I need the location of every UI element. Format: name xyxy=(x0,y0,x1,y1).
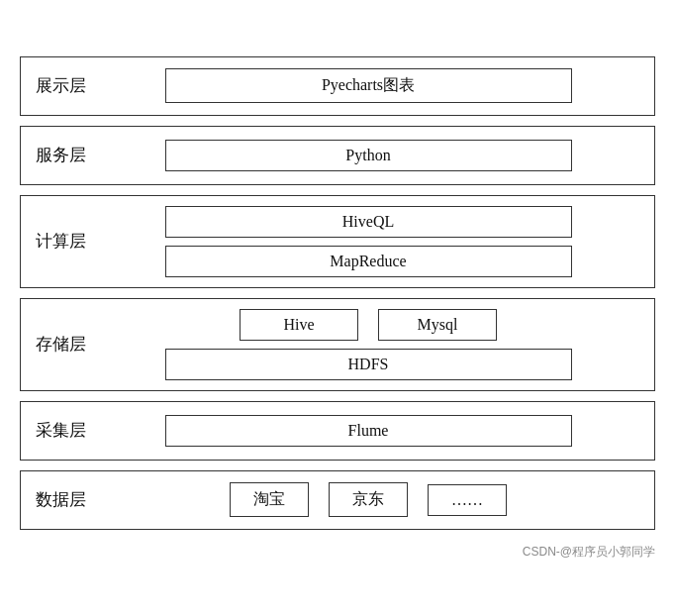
layer-storage: 存储层HiveMysqlHDFS xyxy=(20,298,655,391)
tech-box: …… xyxy=(428,484,507,516)
layer-label-storage: 存储层 xyxy=(36,333,97,356)
content-row: 淘宝京东…… xyxy=(97,482,639,517)
tech-box: Python xyxy=(165,140,572,171)
content-row: Flume xyxy=(97,415,639,447)
tech-box: Pyecharts图表 xyxy=(165,68,572,103)
layer-content-storage: HiveMysqlHDFS xyxy=(97,309,639,380)
tech-box: Mysql xyxy=(378,309,497,341)
content-row: HiveQL xyxy=(97,206,639,238)
tech-box: 京东 xyxy=(329,482,408,517)
content-row: HDFS xyxy=(97,349,639,380)
content-row: HiveMysql xyxy=(97,309,639,341)
tech-box: Flume xyxy=(165,415,572,447)
layer-label-service: 服务层 xyxy=(36,144,97,166)
content-row: MapReduce xyxy=(97,246,639,277)
tech-box: 淘宝 xyxy=(230,482,309,517)
content-row: Pyecharts图表 xyxy=(97,68,639,103)
tech-box: MapReduce xyxy=(165,246,572,277)
tech-box: HDFS xyxy=(165,349,572,380)
layer-content-collect: Flume xyxy=(97,415,639,447)
layer-label-data: 数据层 xyxy=(36,488,97,511)
layer-content-service: Python xyxy=(97,140,639,171)
layer-content-compute: HiveQLMapReduce xyxy=(97,206,639,277)
layer-compute: 计算层HiveQLMapReduce xyxy=(20,195,655,288)
layer-display: 展示层Pyecharts图表 xyxy=(20,56,655,116)
layer-content-display: Pyecharts图表 xyxy=(97,68,639,103)
layer-data: 数据层淘宝京东…… xyxy=(20,470,655,530)
layer-label-collect: 采集层 xyxy=(36,419,97,442)
layer-service: 服务层Python xyxy=(20,126,655,185)
layer-label-display: 展示层 xyxy=(36,74,97,97)
layer-label-compute: 计算层 xyxy=(36,230,97,253)
watermark: CSDN-@程序员小郭同学 xyxy=(20,544,655,561)
tech-box: HiveQL xyxy=(165,206,572,238)
content-row: Python xyxy=(97,140,639,171)
tech-box: Hive xyxy=(240,309,358,341)
layer-collect: 采集层Flume xyxy=(20,401,655,461)
layer-content-data: 淘宝京东…… xyxy=(97,482,639,517)
